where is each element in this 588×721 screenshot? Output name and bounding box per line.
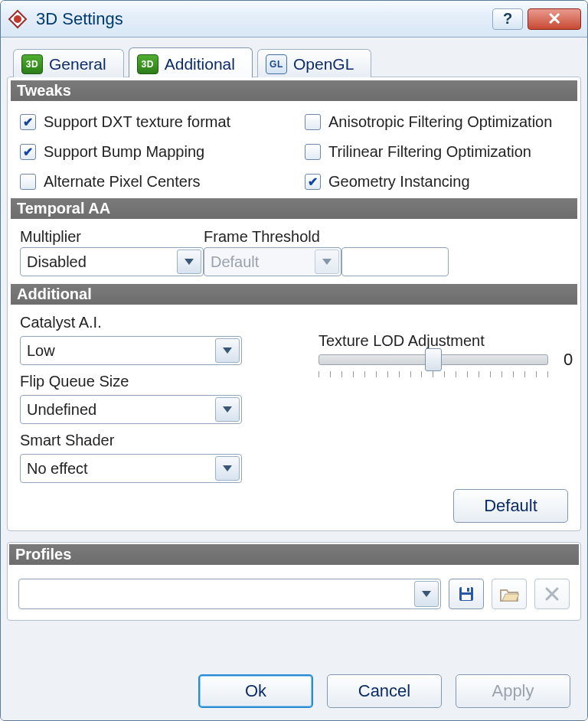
cancel-button[interactable]: Cancel [327,674,442,708]
checkbox-trilinear[interactable]: Trilinear Filtering Optimization [305,143,568,161]
section-header-temporal: Temporal AA [11,198,577,219]
framethreshold-label: Frame Threshold [204,228,320,246]
tab-general[interactable]: 3D General [13,49,124,77]
app-icon [7,8,28,30]
chevron-down-icon [414,581,439,607]
chevron-down-icon [215,338,240,363]
svg-point-1 [14,15,21,23]
badge-gl-icon: GL [266,54,287,74]
tab-additional[interactable]: 3D Additional [129,47,253,77]
cancel-button-label: Cancel [358,681,410,701]
checkbox-geometry-label: Geometry Instancing [328,173,470,191]
apply-button-label: Apply [492,681,534,701]
save-icon [457,585,475,603]
svg-rect-4 [467,588,469,592]
open-icon [499,586,519,602]
catalyst-select[interactable]: Low [20,336,242,365]
open-profile-button [492,579,527,609]
tab-opengl[interactable]: GL OpenGL [257,49,371,77]
apply-button: Apply [456,674,570,708]
slider-thumb[interactable] [425,348,442,371]
catalyst-label: Catalyst A.I. [20,314,242,331]
delete-icon [543,585,561,603]
default-button[interactable]: Default [453,489,568,523]
checkbox-bump-label: Support Bump Mapping [44,143,204,161]
badge-3d-icon: 3D [21,54,43,74]
help-button[interactable]: ? [492,8,523,30]
checkbox-icon [20,114,36,130]
tab-opengl-label: OpenGL [293,55,354,73]
flipqueue-select[interactable]: Undefined [20,395,242,424]
catalyst-value: Low [27,342,55,360]
checkbox-dxt-label: Support DXT texture format [44,113,230,131]
delete-profile-button [534,579,570,609]
close-icon: ✕ [547,9,561,29]
checkbox-bump[interactable]: Support Bump Mapping [20,143,283,161]
checkbox-pixelcenters[interactable]: Alternate Pixel Centers [20,173,283,191]
chevron-down-icon [215,456,240,481]
checkbox-icon [305,114,321,130]
framethreshold-value: Default [211,253,259,271]
checkbox-icon [305,144,321,160]
checkbox-icon [305,174,321,190]
ok-button[interactable]: Ok [198,674,313,708]
flipqueue-label: Flip Queue Size [20,373,242,390]
checkbox-geometry[interactable]: Geometry Instancing [305,173,568,191]
chevron-down-icon [315,250,339,274]
multiplier-select[interactable]: Disabled [20,247,204,276]
checkbox-icon [20,144,36,160]
multiplier-value: Disabled [27,253,87,271]
profiles-panel: Profiles [7,542,581,621]
dialog-footer: Ok Cancel Apply [7,662,581,721]
checkbox-aniso[interactable]: Anisotropic Filtering Optimization [305,113,568,131]
title-bar: 3D Settings ? ✕ [1,1,587,38]
save-profile-button[interactable] [449,579,484,609]
tab-strip: 3D General 3D Additional GL OpenGL [7,42,581,77]
slider-ticks [318,371,548,379]
window-title: 3D Settings [36,9,123,29]
framethreshold-input[interactable] [341,247,449,276]
section-header-tweaks: Tweaks [11,80,577,101]
section-header-additional: Additional [11,284,577,305]
chevron-down-icon [215,397,240,422]
tab-additional-label: Additional [165,55,235,73]
lod-label: Texture LOD Adjustment [318,332,573,350]
checkbox-aniso-label: Anisotropic Filtering Optimization [328,113,552,131]
checkbox-trilinear-label: Trilinear Filtering Optimization [328,143,531,161]
svg-rect-3 [462,587,471,592]
close-button[interactable]: ✕ [528,8,581,30]
checkbox-dxt[interactable]: Support DXT texture format [20,113,283,131]
flipqueue-value: Undefined [27,401,96,419]
settings-panel: Tweaks Support DXT texture format Anisot… [7,77,581,531]
smartshader-label: Smart Shader [20,432,242,449]
smartshader-select[interactable]: No effect [20,454,242,483]
checkbox-icon [20,174,36,190]
default-button-label: Default [484,496,537,516]
svg-rect-5 [462,595,471,600]
lod-value: 0 [564,350,573,370]
tab-general-label: General [49,55,106,73]
lod-slider[interactable] [318,351,548,368]
multiplier-label: Multiplier [20,228,204,246]
framethreshold-select: Default [204,247,341,276]
ok-button-label: Ok [245,681,266,701]
badge-3d-icon: 3D [137,54,158,74]
checkbox-pixelcenters-label: Alternate Pixel Centers [44,173,201,191]
section-header-profiles: Profiles [9,544,579,565]
smartshader-value: No effect [27,460,88,478]
profile-select[interactable] [18,579,441,609]
chevron-down-icon [177,250,201,274]
